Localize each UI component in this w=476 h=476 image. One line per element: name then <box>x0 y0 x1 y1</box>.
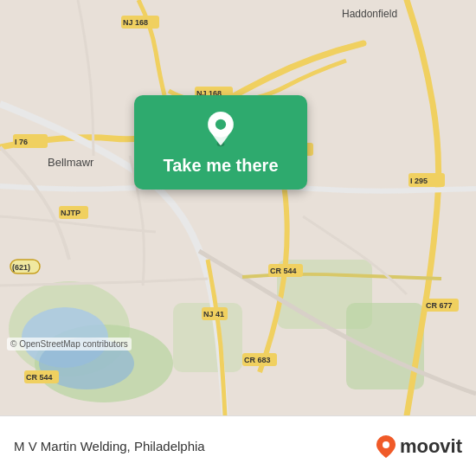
svg-point-36 <box>215 119 226 130</box>
svg-text:NJ 168: NJ 168 <box>123 18 148 27</box>
svg-text:CR 544: CR 544 <box>26 373 53 382</box>
popup-label: Take me there <box>163 156 278 176</box>
svg-text:(621): (621) <box>12 263 30 272</box>
bottom-bar: M V Martin Welding, Philadelphia moovit <box>0 415 476 476</box>
moovit-brand-text: moovit <box>400 435 462 458</box>
svg-text:CR 544: CR 544 <box>270 267 297 275</box>
svg-point-38 <box>383 441 389 448</box>
map-container: I 76 I 295 NJ 168 NJ 168 NJTP NJTP NJ 41… <box>0 0 476 415</box>
take-me-there-popup[interactable]: Take me there <box>134 95 307 190</box>
map-svg: I 76 I 295 NJ 168 NJ 168 NJTP NJTP NJ 41… <box>0 0 476 415</box>
svg-text:NJ 41: NJ 41 <box>203 310 224 318</box>
svg-text:Haddonfield: Haddonfield <box>342 8 397 20</box>
svg-text:I 295: I 295 <box>410 177 428 185</box>
moovit-pin-icon <box>376 434 396 459</box>
location-title: M V Martin Welding, Philadelphia <box>14 439 205 453</box>
svg-text:CR 677: CR 677 <box>426 301 453 310</box>
svg-text:Bellmawr: Bellmawr <box>48 156 94 169</box>
svg-text:I 76: I 76 <box>15 138 28 146</box>
copyright-text: © OpenStreetMap contributors <box>7 338 132 351</box>
svg-text:NJTP: NJTP <box>61 209 80 217</box>
svg-text:CR 683: CR 683 <box>244 356 271 364</box>
moovit-logo: moovit <box>376 434 462 459</box>
location-pin-icon <box>203 111 239 147</box>
